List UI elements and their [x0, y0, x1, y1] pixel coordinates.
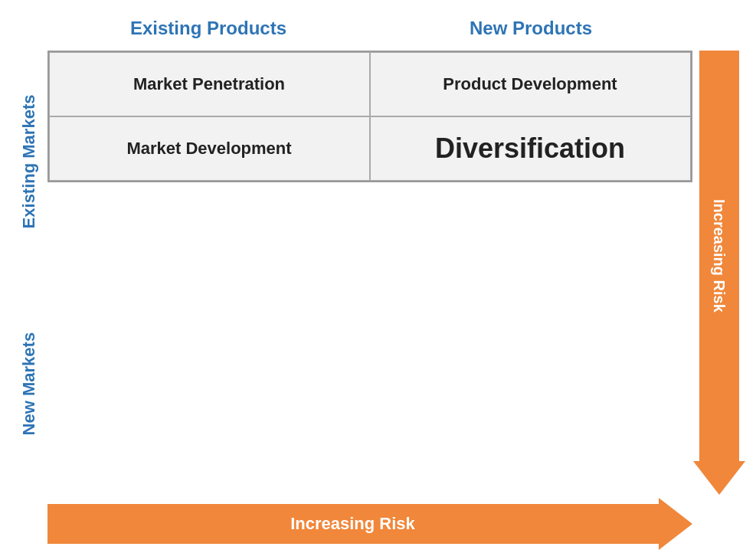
market-penetration-text: Market Penetration: [133, 74, 285, 94]
new-markets-label: New Markets: [19, 277, 39, 490]
cell-market-development: Market Development: [49, 116, 370, 181]
diversification-text: Diversification: [435, 133, 625, 165]
bottom-arrow-label: Increasing Risk: [290, 514, 415, 534]
left-labels: Existing Markets New Markets: [11, 51, 47, 495]
main-area: Existing Markets New Markets Existing Pr…: [11, 6, 746, 495]
center-area: Existing Products New Products Market Pe…: [47, 6, 692, 182]
existing-products-header: Existing Products: [47, 6, 370, 51]
vertical-arrow-wrapper: Increasing Risk: [693, 51, 745, 495]
bottom-area: Increasing Risk: [11, 501, 746, 547]
bottom-right-spacer: [692, 501, 746, 547]
col-headers: Existing Products New Products: [47, 6, 692, 51]
new-products-header: New Products: [370, 6, 692, 51]
arrow-right-head-icon: [659, 498, 692, 550]
bottom-arrow-body: Increasing Risk: [47, 504, 659, 544]
cell-diversification: Diversification: [370, 116, 691, 181]
right-arrow-label: Increasing Risk: [699, 51, 739, 461]
product-development-text: Product Development: [443, 74, 617, 94]
ansoff-matrix: Existing Markets New Markets Existing Pr…: [11, 8, 746, 545]
arrow-down-head-icon: [693, 461, 745, 495]
cell-market-penetration: Market Penetration: [49, 52, 370, 116]
existing-markets-label: Existing Markets: [19, 55, 39, 268]
matrix-grid: Market Penetration Product Development M…: [47, 51, 692, 182]
right-arrow-area: Increasing Risk: [692, 51, 746, 495]
market-development-text: Market Development: [126, 139, 291, 159]
cell-product-development: Product Development: [370, 52, 691, 116]
horizontal-arrow-wrapper: Increasing Risk: [47, 501, 692, 547]
bottom-spacer: [11, 501, 47, 547]
